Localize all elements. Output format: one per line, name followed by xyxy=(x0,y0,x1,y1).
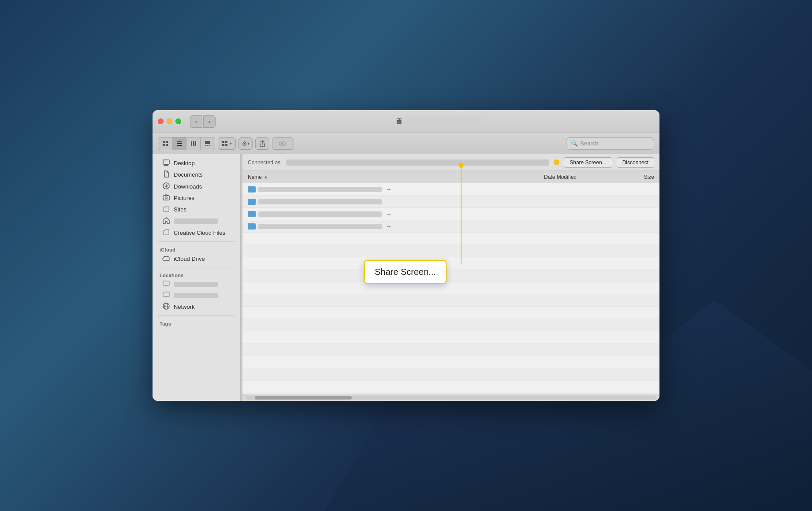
sidebar-item-sites[interactable]: Sites xyxy=(155,204,238,215)
table-row[interactable]: -- xyxy=(242,183,659,196)
sidebar-item-desktop[interactable]: Desktop xyxy=(155,158,238,169)
minimize-button[interactable] xyxy=(167,118,172,124)
sidebar-divider-2 xyxy=(158,267,235,267)
maximize-button[interactable] xyxy=(175,118,181,124)
sidebar-item-home[interactable] xyxy=(155,215,238,227)
sidebar-item-documents[interactable]: Documents xyxy=(155,169,238,181)
svg-rect-22 xyxy=(164,165,168,166)
network-svg-icon xyxy=(163,303,170,310)
sidebar-item-sites-label: Sites xyxy=(174,206,186,213)
gallery-icon xyxy=(205,141,211,147)
location-monitor-icon-2 xyxy=(162,292,170,299)
sidebar-location2-label-blur xyxy=(174,293,218,298)
nav-buttons: ‹ › xyxy=(190,115,216,128)
file-date-2: -- xyxy=(382,199,461,205)
location-monitor-icon-1 xyxy=(162,281,170,288)
search-placeholder: Search xyxy=(580,140,598,147)
downloads-icon xyxy=(162,182,170,191)
column-headers: Name ▲ Date Modified Size xyxy=(242,171,659,183)
empty-row xyxy=(242,344,659,356)
file-name-blur xyxy=(258,211,382,217)
svg-rect-17 xyxy=(225,144,227,146)
sidebar-item-creative-cloud-files[interactable]: Creative Cloud Files xyxy=(155,227,238,239)
svg-rect-14 xyxy=(222,141,224,143)
svg-rect-4 xyxy=(177,141,182,142)
folder-icon xyxy=(248,211,256,217)
tags-section-header: Tags xyxy=(153,318,240,327)
svg-rect-9 xyxy=(195,141,196,146)
sidebar-item-pictures[interactable]: Pictures xyxy=(155,193,238,204)
sidebar-item-desktop-label: Desktop xyxy=(174,160,195,167)
network-icon xyxy=(162,303,170,311)
yellow-status-dot xyxy=(554,159,559,165)
column-date-header[interactable]: Date Modified xyxy=(544,174,623,180)
table-row[interactable]: -- xyxy=(242,208,659,220)
desktop-icon xyxy=(162,159,170,167)
disconnect-button[interactable]: Disconnect xyxy=(617,157,654,168)
sidebar-item-downloads[interactable]: Downloads xyxy=(155,181,238,193)
tag-button[interactable] xyxy=(272,137,294,150)
empty-row xyxy=(242,294,659,307)
connected-value-blur xyxy=(286,159,549,166)
share-screen-header-button[interactable]: Share Screen... xyxy=(564,157,612,168)
file-name-blur xyxy=(258,224,382,229)
close-button[interactable] xyxy=(158,118,164,124)
column-size-header[interactable]: Size xyxy=(623,174,654,180)
svg-rect-8 xyxy=(193,141,194,146)
horizontal-scrollbar[interactable] xyxy=(242,394,659,401)
sidebar-divider-1 xyxy=(158,241,235,242)
sidebar-item-network[interactable]: Network xyxy=(155,301,238,313)
svg-rect-26 xyxy=(163,281,169,285)
scroll-track xyxy=(246,396,656,400)
svg-rect-7 xyxy=(191,141,192,146)
share-button[interactable] xyxy=(255,137,269,150)
icloud-section-header: iCloud xyxy=(153,244,240,253)
empty-row xyxy=(242,257,659,270)
svg-rect-29 xyxy=(165,296,168,297)
sidebar-item-location-2[interactable] xyxy=(155,290,238,301)
document-svg-icon xyxy=(164,170,169,178)
forward-button[interactable]: › xyxy=(203,115,216,128)
group-icon xyxy=(222,141,228,147)
gallery-view-button[interactable] xyxy=(201,137,215,150)
downloads-svg-icon xyxy=(163,182,170,189)
column-name-header[interactable]: Name ▲ xyxy=(248,174,544,180)
scroll-thumb[interactable] xyxy=(255,396,352,400)
empty-row xyxy=(242,381,659,393)
sidebar-item-icloud-drive[interactable]: iCloud Drive xyxy=(155,253,238,264)
camera-svg-icon xyxy=(163,194,170,200)
sidebar-location1-label-blur xyxy=(174,282,218,287)
group-button[interactable]: ▾ xyxy=(218,137,236,150)
table-row[interactable]: -- xyxy=(242,220,659,233)
table-row[interactable]: -- xyxy=(242,196,659,208)
svg-rect-2 xyxy=(163,144,165,146)
folder-empty-svg-icon xyxy=(163,229,169,236)
sidebar-item-downloads-label: Downloads xyxy=(174,183,202,190)
icon-view-button[interactable] xyxy=(158,137,172,150)
columns-view-button[interactable] xyxy=(186,137,201,150)
search-field[interactable]: 🔍 Search xyxy=(566,137,654,150)
chevron-down-icon: ▾ xyxy=(247,141,250,146)
pictures-icon xyxy=(162,194,170,202)
settings-button[interactable]: ⚙ ▾ xyxy=(238,137,253,150)
sort-arrow: ▲ xyxy=(264,174,268,179)
sidebar: Desktop Documents Down xyxy=(153,154,241,401)
svg-rect-12 xyxy=(207,145,209,146)
home-icon xyxy=(162,217,170,225)
svg-rect-3 xyxy=(166,144,168,146)
file-name-blur xyxy=(258,187,382,192)
sidebar-divider-3 xyxy=(158,315,235,316)
sidebar-item-location-1[interactable] xyxy=(155,279,238,290)
icloud-icon xyxy=(162,255,170,263)
file-name-blur xyxy=(258,199,382,204)
empty-row xyxy=(242,356,659,368)
back-button[interactable]: ‹ xyxy=(190,115,202,128)
list-icon xyxy=(176,141,183,147)
sidebar-item-icloud-drive-label: iCloud Drive xyxy=(174,256,205,262)
share-screen-tooltip[interactable]: Share Screen... xyxy=(364,260,447,284)
list-view-button[interactable] xyxy=(172,137,186,150)
folder-icon xyxy=(248,223,256,230)
empty-row xyxy=(242,319,659,331)
sidebar-item-pictures-label: Pictures xyxy=(174,195,194,201)
title-bar: ‹ › 🖥 xyxy=(153,110,659,133)
